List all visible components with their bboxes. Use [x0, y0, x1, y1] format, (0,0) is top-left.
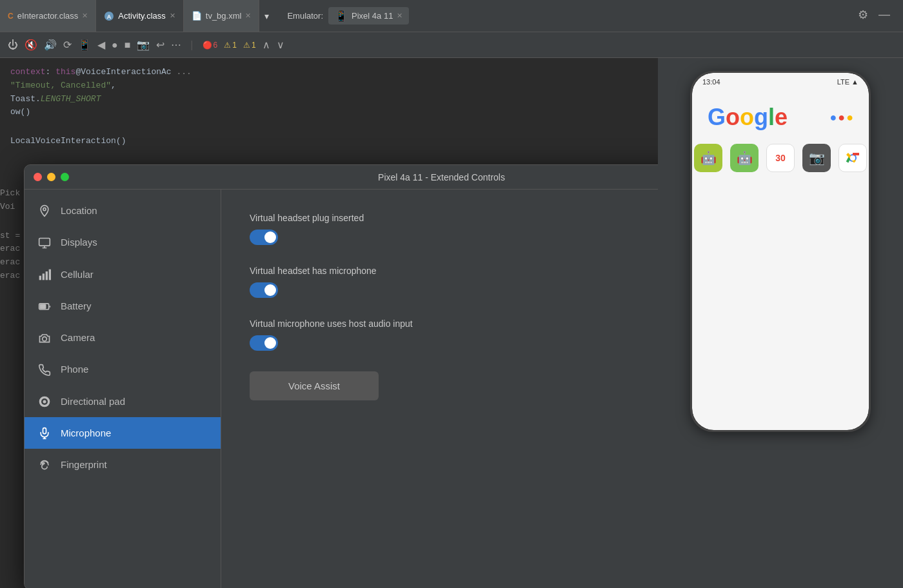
camera-icon	[37, 331, 52, 344]
tab-close-tv-bg[interactable]: ✕	[245, 12, 251, 20]
window-close-button[interactable]	[34, 173, 42, 181]
app-row: 🤖 🤖 30 📷	[694, 144, 867, 172]
tab-close-interactor[interactable]: ✕	[82, 12, 88, 20]
toolbar: ⏻ 🔇 🔊 ⟳ 📱 ◀ ● ■ 📷 ↩ ⋯ | 🔴 6 ⚠ 1 ⚠ 1 ∧ ∨	[0, 32, 903, 58]
svg-point-12	[43, 337, 47, 342]
sidebar-item-battery[interactable]: Battery	[25, 290, 221, 322]
sidebar: Location Displays	[25, 190, 221, 588]
sidebar-item-phone[interactable]: Phone	[25, 353, 221, 385]
sidebar-item-cellular[interactable]: Cellular	[25, 259, 221, 290]
headset-plug-toggle[interactable]	[250, 230, 278, 245]
rotate-icon[interactable]: ⟳	[63, 39, 72, 51]
sidebar-item-fingerprint[interactable]: Fingerprint	[25, 449, 221, 480]
tab-label-interactor: eInteractor.class	[17, 11, 79, 21]
settings-icon[interactable]: ⚙	[858, 8, 868, 22]
error-badge[interactable]: 🔴 6	[203, 41, 218, 50]
device-close[interactable]: ✕	[397, 12, 402, 20]
device-icon: 📱	[335, 10, 348, 22]
app-android-icon: 🤖	[694, 144, 722, 172]
phone-sidebar-icon	[37, 362, 52, 376]
screenshot-icon[interactable]: 📷	[137, 39, 150, 51]
volume-icon[interactable]: 🔊	[44, 39, 57, 51]
window-maximize-button[interactable]	[61, 173, 69, 181]
code-line-5	[10, 119, 364, 135]
phone-icon[interactable]: 📱	[78, 39, 91, 51]
phone-home-content: Google ● ● ● 🤖 🤖 30 📷	[692, 91, 869, 185]
svg-text:A: A	[107, 14, 112, 20]
headset-plug-slider	[250, 230, 278, 245]
warn-badge-1[interactable]: ⚠ 1	[224, 41, 237, 50]
window-minimize-button[interactable]	[47, 173, 55, 181]
headset-mic-slider	[250, 282, 278, 298]
warn-count-2: 1	[252, 41, 256, 50]
code-line-3: Toast.LENGTH_SHORT	[10, 93, 364, 106]
sidebar-label-directional-pad: Directional pad	[61, 396, 125, 407]
warn-icon-2: ⚠	[243, 41, 250, 50]
error-count: 6	[213, 41, 218, 50]
code-line-6: LocalVoiceInteraction()	[10, 135, 364, 148]
power-icon[interactable]: ⏻	[8, 39, 18, 51]
sidebar-item-displays[interactable]: Displays	[25, 226, 221, 258]
back-icon[interactable]: ◀	[97, 39, 105, 51]
device-label: Pixel 4a 11	[352, 11, 393, 21]
svg-rect-8	[46, 271, 48, 280]
phone-status-bar: 13:04 LTE ▲	[692, 73, 869, 91]
code-line-1: context: this@VoiceInteractionAc ...	[10, 66, 364, 79]
tab-activity[interactable]: A Activity.class ✕	[96, 0, 183, 32]
host-audio-toggle[interactable]	[250, 335, 278, 351]
app-chrome-icon	[838, 144, 867, 172]
voice-assist-button[interactable]: Voice Assist	[250, 371, 379, 400]
tab-tv-bg[interactable]: 📄 tv_bg.xml ✕	[184, 0, 260, 32]
emulator-device[interactable]: 📱 Pixel 4a 11 ✕	[328, 7, 409, 24]
phone-signal: LTE ▲	[837, 78, 858, 86]
sidebar-label-location: Location	[61, 205, 97, 216]
phone-frame: 13:04 LTE ▲ Google ● ● ● 🤖 🤖	[690, 71, 871, 432]
sidebar-item-location[interactable]: Location	[25, 195, 221, 226]
mute-icon[interactable]: 🔇	[25, 39, 37, 51]
fingerprint-icon	[37, 458, 52, 471]
svg-rect-3	[39, 238, 50, 246]
sidebar-item-camera[interactable]: Camera	[25, 322, 221, 353]
tab-label-activity: Activity.class	[118, 11, 165, 21]
google-logo: Google	[708, 104, 788, 131]
more-icon[interactable]: ⋯	[171, 39, 181, 51]
tab-bar: C eInteractor.class ✕ A Activity.class ✕…	[0, 0, 903, 32]
assistant-icon: ● ● ●	[829, 111, 853, 124]
toolbar-sep1: |	[190, 39, 193, 51]
tab-icon-tv-bg: 📄	[192, 11, 202, 21]
host-audio-slider	[250, 335, 278, 351]
svg-rect-11	[40, 305, 45, 309]
tab-dropdown[interactable]: ▾	[259, 11, 274, 21]
sidebar-label-displays: Displays	[61, 237, 97, 248]
battery-icon	[37, 299, 52, 313]
top-right-icons: ⚙ —	[858, 8, 890, 22]
warn-badge-2[interactable]: ⚠ 1	[243, 41, 256, 50]
warn-icon-1: ⚠	[224, 41, 231, 50]
cellular-icon	[37, 268, 52, 281]
home-icon[interactable]: ●	[112, 39, 118, 51]
code-line-4: ow()	[10, 106, 364, 119]
headset-mic-toggle[interactable]	[250, 282, 278, 298]
emulator-label: Emulator:	[287, 11, 323, 21]
tab-interactor[interactable]: C eInteractor.class ✕	[0, 0, 96, 32]
sidebar-label-phone: Phone	[61, 364, 88, 375]
tab-close-activity[interactable]: ✕	[170, 12, 175, 20]
dpad-icon	[37, 395, 52, 408]
arrow-up-icon[interactable]: ∧	[263, 39, 270, 51]
tab-icon-interactor: C	[8, 12, 14, 21]
minimize-icon[interactable]: —	[878, 8, 890, 22]
emulator-panel: 13:04 LTE ▲ Google ● ● ● 🤖 🤖	[658, 58, 903, 588]
phone-screen: 13:04 LTE ▲ Google ● ● ● 🤖 🤖	[692, 73, 869, 430]
arrow-down-icon[interactable]: ∨	[277, 39, 284, 51]
tab-label-tv-bg: tv_bg.xml	[206, 11, 242, 21]
svg-rect-9	[49, 269, 51, 280]
svg-rect-16	[43, 428, 46, 434]
sidebar-label-fingerprint: Fingerprint	[61, 459, 107, 470]
code-partial: Pick Voi st = erac erac erac	[0, 187, 20, 283]
sidebar-item-microphone[interactable]: Microphone	[25, 417, 221, 449]
square-icon[interactable]: ■	[124, 39, 131, 51]
sidebar-item-directional-pad[interactable]: Directional pad	[25, 386, 221, 417]
app-android2-icon: 🤖	[730, 144, 759, 172]
svg-rect-7	[43, 273, 45, 280]
rewind-icon[interactable]: ↩	[156, 39, 164, 51]
